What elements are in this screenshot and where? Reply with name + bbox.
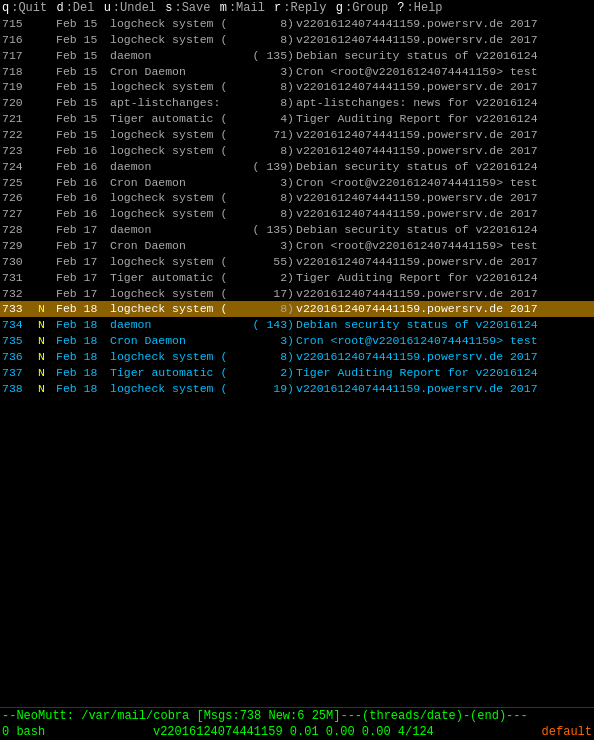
menu-quit[interactable]: q:Quit (2, 1, 47, 15)
email-num: 715 (2, 16, 38, 32)
email-from: daemon (110, 317, 250, 333)
email-count: 71) (250, 127, 296, 143)
email-from: logcheck system ( (110, 286, 250, 302)
email-flag: N (38, 301, 56, 317)
email-num: 733 (2, 301, 38, 317)
email-from: logcheck system ( (110, 143, 250, 159)
table-row[interactable]: 716 Feb 15logcheck system (8)v2201612407… (0, 32, 594, 48)
email-count: 3) (250, 238, 296, 254)
table-row[interactable]: 733 NFeb 18logcheck system (8)v220161240… (0, 301, 594, 317)
email-date: Feb 17 (56, 254, 110, 270)
table-row[interactable]: 723 Feb 16logcheck system (8)v2201612407… (0, 143, 594, 159)
email-flag (38, 32, 56, 48)
email-from: logcheck system ( (110, 127, 250, 143)
email-from: Cron Daemon (110, 64, 250, 80)
email-date: Feb 18 (56, 317, 110, 333)
email-subject: Tiger Auditing Report for v22016124 (296, 365, 592, 381)
table-row[interactable]: 722 Feb 15logcheck system (71)v220161240… (0, 127, 594, 143)
email-flag (38, 79, 56, 95)
table-row[interactable]: 736 NFeb 18logcheck system (8)v220161240… (0, 349, 594, 365)
table-row[interactable]: 734 NFeb 18daemon( 143)Debian security s… (0, 317, 594, 333)
email-count: ( 143) (250, 317, 296, 333)
email-flag: N (38, 333, 56, 349)
email-from: Cron Daemon (110, 238, 250, 254)
email-num: 719 (2, 79, 38, 95)
email-flag (38, 286, 56, 302)
menu-reply[interactable]: r:Reply (274, 1, 326, 15)
email-flag (38, 16, 56, 32)
table-row[interactable]: 726 Feb 16logcheck system (8)v2201612407… (0, 190, 594, 206)
table-row[interactable]: 725 Feb 16Cron Daemon3)Cron <root@v22016… (0, 175, 594, 191)
table-row[interactable]: 718 Feb 15Cron Daemon3)Cron <root@v22016… (0, 64, 594, 80)
email-num: 732 (2, 286, 38, 302)
table-row[interactable]: 731 Feb 17Tiger automatic (2)Tiger Audit… (0, 270, 594, 286)
table-row[interactable]: 735 NFeb 18Cron Daemon3)Cron <root@v2201… (0, 333, 594, 349)
email-count: 8) (250, 95, 296, 111)
email-subject: v22016124074441159.powersrv.de 2017 (296, 349, 592, 365)
email-num: 737 (2, 365, 38, 381)
email-from: Cron Daemon (110, 175, 250, 191)
email-date: Feb 15 (56, 111, 110, 127)
email-subject: v22016124074441159.powersrv.de 2017 (296, 254, 592, 270)
email-from: logcheck system ( (110, 349, 250, 365)
email-num: 725 (2, 175, 38, 191)
email-flag: N (38, 381, 56, 397)
table-row[interactable]: 717 Feb 15daemon( 135)Debian security st… (0, 48, 594, 64)
email-date: Feb 16 (56, 143, 110, 159)
table-row[interactable]: 730 Feb 17logcheck system (55)v220161240… (0, 254, 594, 270)
email-date: Feb 15 (56, 48, 110, 64)
table-row[interactable]: 727 Feb 16logcheck system (8)v2201612407… (0, 206, 594, 222)
email-subject: v22016124074441159.powersrv.de 2017 (296, 127, 592, 143)
email-from: logcheck system ( (110, 190, 250, 206)
email-count: 19) (250, 381, 296, 397)
bottom-shell: 0 bash (2, 725, 45, 739)
email-subject: Tiger Auditing Report for v22016124 (296, 270, 592, 286)
email-subject: v22016124074441159.powersrv.de 2017 (296, 143, 592, 159)
email-from: logcheck system ( (110, 301, 250, 317)
table-row[interactable]: 719 Feb 15logcheck system (8)v2201612407… (0, 79, 594, 95)
email-date: Feb 17 (56, 238, 110, 254)
menu-group[interactable]: g:Group (336, 1, 388, 15)
email-flag (38, 48, 56, 64)
menu-undel[interactable]: u:Undel (104, 1, 156, 15)
email-num: 720 (2, 95, 38, 111)
email-date: Feb 18 (56, 349, 110, 365)
table-row[interactable]: 715 Feb 15logcheck system (8)v2201612407… (0, 16, 594, 32)
table-row[interactable]: 720 Feb 15apt-listchanges:8)apt-listchan… (0, 95, 594, 111)
email-subject: Debian security status of v22016124 (296, 48, 592, 64)
menu-help[interactable]: ?:Help (397, 1, 442, 15)
email-num: 723 (2, 143, 38, 159)
email-subject: Cron <root@v22016124074441159> test (296, 333, 592, 349)
email-subject: Debian security status of v22016124 (296, 159, 592, 175)
table-row[interactable]: 737 NFeb 18Tiger automatic (2)Tiger Audi… (0, 365, 594, 381)
menu-del[interactable]: d:Del (56, 1, 94, 15)
email-count: ( 139) (250, 159, 296, 175)
table-row[interactable]: 732 Feb 17logcheck system (17)v220161240… (0, 286, 594, 302)
email-date: Feb 15 (56, 79, 110, 95)
email-count: ( 135) (250, 222, 296, 238)
email-count: 8) (250, 32, 296, 48)
email-flag (38, 64, 56, 80)
email-from: Tiger automatic ( (110, 111, 250, 127)
email-count: 8) (250, 190, 296, 206)
menu-save[interactable]: s:Save (165, 1, 210, 15)
table-row[interactable]: 728 Feb 17daemon( 135)Debian security st… (0, 222, 594, 238)
email-num: 734 (2, 317, 38, 333)
table-row[interactable]: 721 Feb 15Tiger automatic (4)Tiger Audit… (0, 111, 594, 127)
email-from: logcheck system ( (110, 32, 250, 48)
email-subject: v22016124074441159.powersrv.de 2017 (296, 16, 592, 32)
table-row[interactable]: 738 NFeb 18logcheck system (19)v22016124… (0, 381, 594, 397)
email-date: Feb 18 (56, 365, 110, 381)
email-date: Feb 18 (56, 381, 110, 397)
email-from: daemon (110, 222, 250, 238)
email-count: 8) (250, 206, 296, 222)
email-flag (38, 254, 56, 270)
email-flag: N (38, 365, 56, 381)
email-date: Feb 16 (56, 206, 110, 222)
menu-mail[interactable]: m:Mail (220, 1, 265, 15)
table-row[interactable]: 729 Feb 17Cron Daemon3)Cron <root@v22016… (0, 238, 594, 254)
table-row[interactable]: 724 Feb 16daemon( 139)Debian security st… (0, 159, 594, 175)
email-subject: v22016124074441159.powersrv.de 2017 (296, 381, 592, 397)
bottom-info: v22016124074441159 0.01 0.00 0.00 4/124 (153, 725, 434, 739)
top-bar: q:Quit d:Del u:Undel s:Save m:Mail r:Rep… (0, 0, 594, 16)
